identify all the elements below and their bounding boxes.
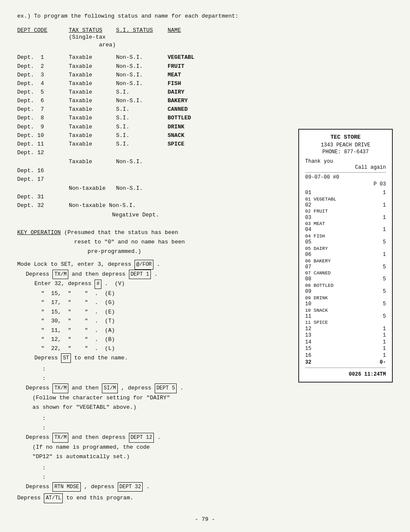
key-step-6: Depress AT/TL to end this program. bbox=[17, 493, 393, 503]
receipt-address: 1343 PEACH DRIVE bbox=[305, 142, 386, 148]
receipt-divider-2 bbox=[305, 368, 386, 368]
receipt-item-name: 08 BOTTLED bbox=[305, 283, 386, 289]
single-tax-note: (Single-tax area) bbox=[69, 33, 393, 49]
receipt-item-name: 11 SPICE bbox=[305, 320, 386, 325]
receipt-item: 095 bbox=[305, 289, 386, 295]
table-row: Dept. 5 Taxable S.I. DAIRY bbox=[17, 88, 393, 97]
tax-status-header: TAX STATUS bbox=[69, 27, 116, 33]
column-headers: DEPT CODE TAX STATUS S.I. STATUS NAME bbox=[17, 27, 393, 33]
intro-text: ex.) To program the following status and… bbox=[17, 13, 393, 19]
receipt-item: 055 bbox=[305, 239, 386, 246]
receipt-item: 075 bbox=[305, 264, 386, 271]
receipt-item-name: 04 FISH bbox=[305, 234, 386, 239]
table-row: Dept. 8 Taxable S.I. BOTTLED bbox=[17, 114, 393, 122]
receipt-item-name: 10 SNACK bbox=[305, 308, 386, 313]
receipt-item-name: 06 BAKERY bbox=[305, 258, 386, 264]
table-row: Dept. 4 Taxable Non-S.I. FISH bbox=[17, 79, 393, 88]
rtn-mdse-key[interactable]: RTN MDSE bbox=[52, 482, 81, 492]
receipt-item: 085 bbox=[305, 276, 386, 283]
receipt-item: 021 bbox=[305, 202, 386, 209]
name-header: NAME bbox=[168, 27, 219, 33]
dept5-key[interactable]: DEPT 5 bbox=[155, 383, 177, 393]
receipt-item: 131 bbox=[305, 332, 386, 339]
receipt-item-name: 09 DRINK bbox=[305, 295, 386, 301]
at-tl-key[interactable]: AT/TL bbox=[44, 493, 63, 503]
st-key[interactable]: ST bbox=[61, 353, 70, 363]
receipt-divider-1 bbox=[305, 172, 386, 173]
receipt-box: TEC STORE 1343 PEACH DRIVE PHONE: 877-64… bbox=[298, 129, 393, 383]
key-dots-3: : : bbox=[19, 463, 393, 482]
tx-m-key-3[interactable]: TX/M bbox=[52, 433, 68, 442]
table-section: DEPT CODE TAX STATUS S.I. STATUS NAME (S… bbox=[17, 27, 393, 49]
receipt-phone: PHONE: 877-6437 bbox=[305, 149, 386, 155]
dept32-key[interactable]: DEPT 32 bbox=[118, 482, 143, 492]
receipt-program-number: P 03 bbox=[305, 181, 386, 187]
key-operation-title: KEY OPERATION bbox=[17, 229, 61, 236]
receipt-item: 141 bbox=[305, 339, 386, 346]
si-status-header: S.I. STATUS bbox=[116, 27, 168, 33]
receipt-item-name: 01 VEGETABL bbox=[305, 197, 386, 202]
receipt-item: 115 bbox=[305, 313, 386, 320]
key-step-4: Depress TX/M and then depress DEPT 12 . … bbox=[26, 433, 393, 462]
receipt-item: 061 bbox=[305, 252, 386, 258]
receipt-call-again: Call again bbox=[305, 164, 386, 170]
dept12-key[interactable]: DEPT 12 bbox=[129, 433, 154, 442]
receipt-item: 041 bbox=[305, 227, 386, 234]
table-row: Dept. 1 Taxable Non-S.I. VEGETABL bbox=[17, 53, 393, 62]
hash-key-1[interactable]: # bbox=[95, 280, 101, 289]
tx-m-key-2[interactable]: TX/M bbox=[52, 383, 68, 393]
receipt-item: 161 bbox=[305, 353, 386, 359]
receipt-item-name: 02 FRUIT bbox=[305, 209, 386, 214]
page-content: ex.) To program the following status and… bbox=[17, 13, 393, 503]
receipt-item: 011 bbox=[305, 190, 386, 197]
si-m-key[interactable]: SI/M bbox=[102, 383, 118, 393]
receipt-date: 09-07-00 #0 bbox=[305, 174, 386, 180]
table-row: Dept. 3 Taxable Non-S.I. MEAT bbox=[17, 71, 393, 79]
key-step-5: Depress RTN MDSE , depress DEPT 32 . bbox=[26, 482, 393, 492]
receipt-item: 121 bbox=[305, 326, 386, 333]
receipt-item-name: 03 MEAT bbox=[305, 221, 386, 227]
page-number: - 79 - bbox=[17, 516, 393, 523]
dept1-key[interactable]: DEPT 1 bbox=[129, 270, 151, 279]
receipt-item-name: 07 CANNED bbox=[305, 271, 386, 276]
receipt-item: 105 bbox=[305, 301, 386, 308]
receipt-item: 320- bbox=[305, 359, 386, 366]
receipt-item: 031 bbox=[305, 215, 386, 222]
receipt-items: 011 01 VEGETABL 021 02 FRUIT 031 03 MEAT… bbox=[305, 190, 386, 366]
key-dots-2: : : bbox=[19, 414, 393, 433]
receipt-thank-you: Thank you bbox=[305, 158, 386, 164]
receipt-store-name: TEC STORE bbox=[305, 134, 386, 140]
dept-code-header: DEPT CODE bbox=[17, 27, 69, 33]
receipt-footer: 0026 11:24TM bbox=[305, 371, 386, 377]
receipt-item-name: 05 DAIRY bbox=[305, 246, 386, 252]
table-row: Dept. 6 Taxable Non-S.I. BAKERY bbox=[17, 97, 393, 105]
table-row: Dept. 2 Taxable Non-S.I. FRUIT bbox=[17, 62, 393, 71]
tx-m-key-1[interactable]: TX/M bbox=[52, 270, 68, 279]
receipt-item: 151 bbox=[305, 346, 386, 353]
at-for-key[interactable]: @/FOR bbox=[135, 260, 153, 269]
key-step-3: Depress TX/M and then SI/M , depress DEP… bbox=[26, 383, 393, 412]
table-row: Dept. 7 Taxable S.I. CANNED bbox=[17, 105, 393, 114]
